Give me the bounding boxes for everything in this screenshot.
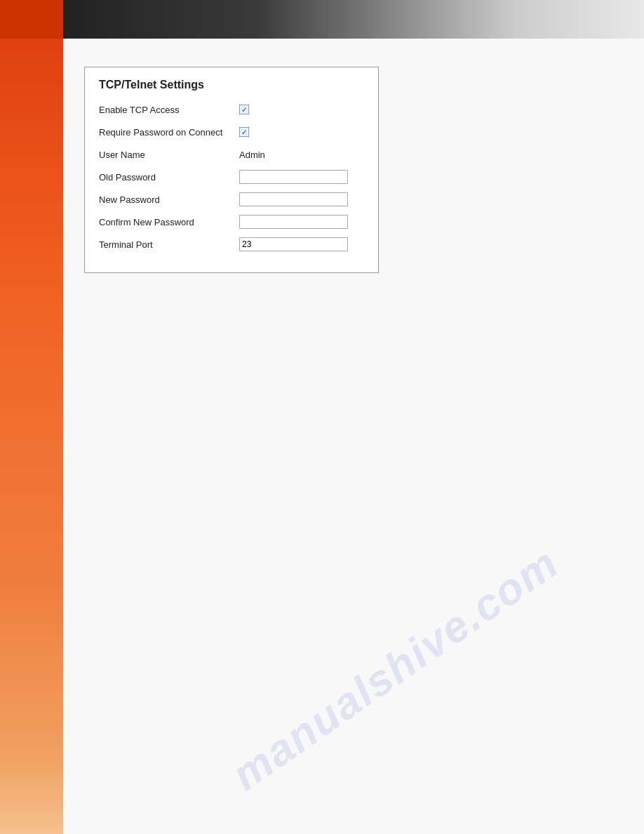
accent-top bbox=[0, 0, 63, 39]
panel-title: TCP/Telnet Settings bbox=[99, 79, 364, 91]
confirm-new-password-input[interactable] bbox=[239, 215, 348, 229]
enable-tcp-access-checkbox[interactable] bbox=[239, 105, 249, 114]
confirm-new-password-row: Confirm New Password bbox=[99, 213, 364, 230]
enable-tcp-access-label: Enable TCP Access bbox=[99, 105, 239, 115]
require-password-label: Require Password on Connect bbox=[99, 127, 239, 138]
old-password-label: Old Password bbox=[99, 172, 239, 183]
new-password-input[interactable] bbox=[239, 192, 348, 206]
terminal-port-label: Terminal Port bbox=[99, 239, 239, 250]
new-password-label: New Password bbox=[99, 194, 239, 205]
left-sidebar bbox=[0, 39, 63, 834]
confirm-new-password-label: Confirm New Password bbox=[99, 217, 239, 227]
old-password-row: Old Password bbox=[99, 168, 364, 185]
settings-panel: TCP/Telnet Settings Enable TCP Access Re… bbox=[84, 67, 379, 273]
header-bar bbox=[0, 0, 644, 39]
enable-tcp-access-row: Enable TCP Access bbox=[99, 101, 364, 118]
new-password-row: New Password bbox=[99, 191, 364, 208]
user-name-value: Admin bbox=[239, 150, 265, 160]
terminal-port-input[interactable] bbox=[239, 237, 348, 251]
user-name-label: User Name bbox=[99, 150, 239, 160]
require-password-row: Require Password on Connect bbox=[99, 124, 364, 140]
main-content: TCP/Telnet Settings Enable TCP Access Re… bbox=[63, 39, 644, 834]
terminal-port-row: Terminal Port bbox=[99, 236, 364, 253]
user-name-row: User Name Admin bbox=[99, 146, 364, 163]
require-password-checkbox[interactable] bbox=[239, 127, 249, 137]
old-password-input[interactable] bbox=[239, 170, 348, 184]
